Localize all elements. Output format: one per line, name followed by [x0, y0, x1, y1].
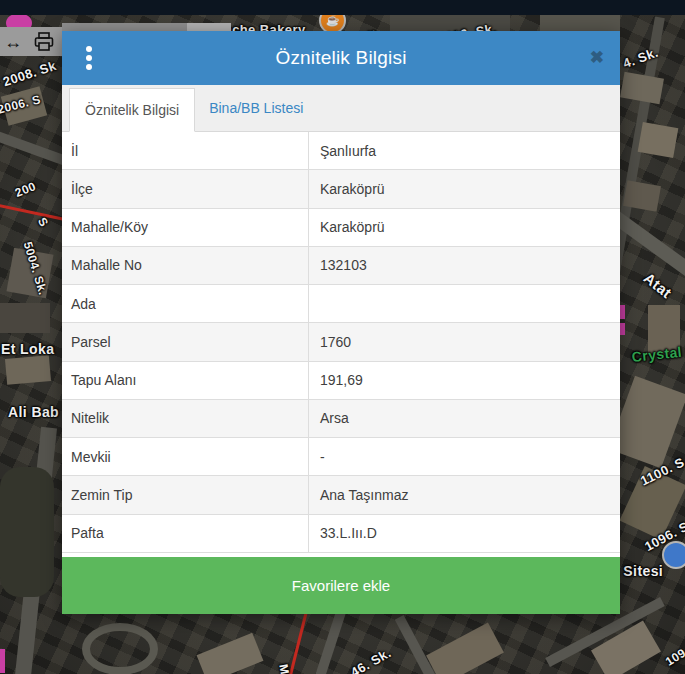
row-label: Mevkii	[62, 438, 309, 475]
row-label: Pafta	[62, 515, 309, 552]
tab-bina-bb-listesi[interactable]: Bina/BB Listesi	[195, 85, 317, 131]
table-row: Parsel1760	[62, 323, 620, 361]
row-label: İlçe	[62, 170, 309, 207]
table-row: İlçeKaraköprü	[62, 170, 620, 208]
map-street-label: S	[35, 215, 51, 229]
map-street-label: 2008. Sk	[1, 58, 58, 89]
row-value: Şanlıurfa	[309, 143, 620, 159]
map-street-label: t Sitesi	[614, 563, 663, 579]
app-window: ☕ ItalBlanche BakeryS1116. Sk.4. Sk.2008…	[0, 0, 685, 674]
tab-oznitelik-bilgisi[interactable]: Öznitelik Bilgisi	[69, 88, 195, 132]
table-row: Mahalle/KöyKaraköprü	[62, 209, 620, 247]
map-street-label: 4. Sk.	[621, 45, 660, 72]
row-value: Karaköprü	[309, 181, 620, 197]
add-to-favorites-button[interactable]: Favorilere ekle	[62, 557, 620, 614]
map-street-label: Atat	[641, 269, 676, 301]
print-icon[interactable]	[34, 32, 54, 51]
map-street-label: 200	[13, 179, 38, 200]
row-label: Tapu Alanı	[62, 362, 309, 399]
map-toolbar: ↔	[0, 27, 62, 56]
dialog-header: Öznitelik Bilgisi ✖	[62, 31, 620, 85]
row-label: Nitelik	[62, 400, 309, 437]
row-label: Parsel	[62, 323, 309, 360]
dialog-tabs: Öznitelik Bilgisi Bina/BB Listesi	[62, 85, 620, 132]
table-row: NitelikArsa	[62, 400, 620, 438]
map-street-label: 1100. S	[638, 454, 685, 488]
row-label: Zemin Tip	[62, 476, 309, 513]
dialog-footer: Favorilere ekle	[62, 553, 620, 614]
row-value: 191,69	[309, 372, 620, 388]
row-value: 33.L.Iıı.D	[309, 525, 620, 541]
toolbar-strip	[187, 23, 231, 31]
map-street-label: 46. Sk.	[348, 645, 394, 674]
row-value: 132103	[309, 257, 620, 273]
map-street-label: Et Loka	[1, 341, 54, 357]
row-value: Karaköprü	[309, 219, 620, 235]
table-row: Mahalle No132103	[62, 247, 620, 285]
dialog-title: Öznitelik Bilgisi	[275, 47, 406, 69]
table-row: Ada	[62, 285, 620, 323]
row-value: 1760	[309, 334, 620, 350]
table-row: Pafta33.L.Iıı.D	[62, 515, 620, 553]
map-street-label: Me	[276, 663, 293, 674]
row-label: Mahalle No	[62, 247, 309, 284]
row-value: -	[309, 449, 620, 465]
row-label: İl	[62, 132, 309, 169]
close-icon[interactable]: ✖	[590, 49, 604, 66]
map-street-label: 2006. S	[0, 92, 42, 116]
map-street-label: 109	[663, 646, 685, 669]
map-street-label: 5004. Sk.	[21, 240, 50, 297]
table-row: Zemin TipAna Taşınmaz	[62, 476, 620, 514]
table-row: Tapu Alanı191,69	[62, 362, 620, 400]
table-row: İlŞanlıurfa	[62, 132, 620, 170]
toolbar-strip	[62, 23, 187, 31]
row-value: Arsa	[309, 410, 620, 426]
table-row: Mevkii-	[62, 438, 620, 476]
resize-arrows-icon[interactable]: ↔	[4, 33, 22, 51]
row-value: Ana Taşınmaz	[309, 487, 620, 503]
menu-kebab-icon[interactable]	[86, 46, 92, 52]
map-street-label: Crystal l	[631, 343, 685, 365]
attribute-info-dialog: Öznitelik Bilgisi ✖ Öznitelik Bilgisi Bi…	[62, 31, 620, 614]
row-label: Mahalle/Köy	[62, 209, 309, 246]
window-top-bar	[0, 0, 685, 15]
attribute-table-body: İlŞanlıurfaİlçeKaraköprüMahalle/KöyKarak…	[62, 132, 620, 553]
map-street-label: Ali Bab	[8, 404, 59, 420]
map-street-label: 1096. S	[642, 519, 685, 555]
row-label: Ada	[62, 285, 309, 322]
